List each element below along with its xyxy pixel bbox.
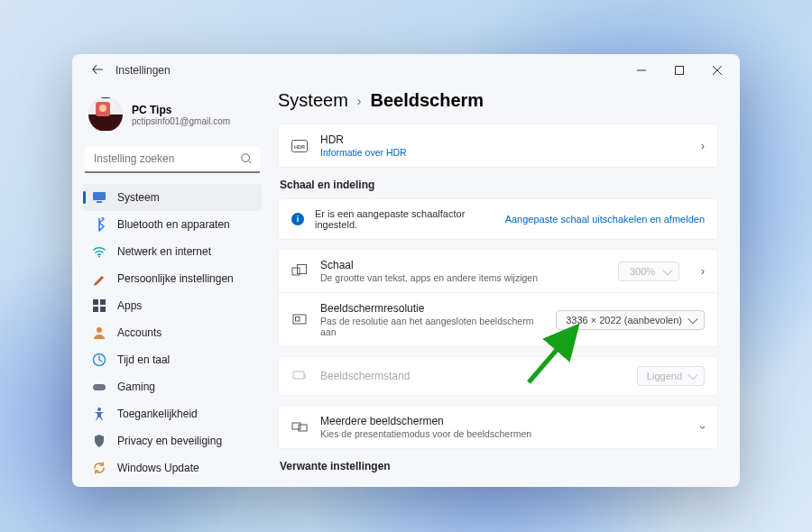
search-icon <box>240 152 253 165</box>
time-icon <box>92 353 106 367</box>
chevron-right-icon: › <box>701 265 705 278</box>
nav-item-apps[interactable]: Apps <box>83 292 262 319</box>
nav-label: Systeem <box>117 191 160 204</box>
nav-label: Tijd en taal <box>117 353 170 366</box>
network-icon <box>92 244 106 259</box>
search-box[interactable] <box>85 146 260 173</box>
nav-item-accounts[interactable]: Accounts <box>83 319 262 346</box>
svg-point-12 <box>97 408 101 411</box>
scale-title: Schaal <box>320 259 605 271</box>
resolution-row[interactable]: Beeldschermresolutie Pas de resolutie aa… <box>279 292 717 346</box>
svg-rect-3 <box>97 201 102 203</box>
nav-label: Privacy en beveiliging <box>117 435 222 447</box>
nav-item-bluetooth[interactable]: Bluetooth en apparaten <box>83 211 262 238</box>
resolution-icon <box>291 312 308 328</box>
account-name: PC Tips <box>132 104 230 116</box>
hdr-subtitle[interactable]: Informatie over HDR <box>320 147 688 158</box>
orientation-icon <box>291 368 308 384</box>
window-title: Instellingen <box>115 64 171 77</box>
multi-display-row[interactable]: Meerdere beeldschermen Kies de presentat… <box>278 405 718 449</box>
gaming-icon <box>92 380 106 394</box>
privacy-icon <box>92 434 106 448</box>
chevron-right-icon: › <box>701 140 705 152</box>
svg-rect-0 <box>676 67 684 75</box>
scale-resolution-group: Schaal De grootte van tekst, apps en and… <box>278 249 718 347</box>
nav-item-accessibility[interactable]: Toegankelijkheid <box>83 400 262 427</box>
svg-point-9 <box>97 327 102 333</box>
svg-rect-20 <box>292 423 300 429</box>
nav-label: Apps <box>117 299 142 312</box>
info-message: Er is een aangepaste schaalfactor ingest… <box>315 208 494 230</box>
bluetooth-icon <box>92 217 106 232</box>
disable-custom-scale-link[interactable]: Aangepaste schaal uitschakelen en afmeld… <box>505 214 705 225</box>
scale-subtitle: De grootte van tekst, apps en andere ite… <box>320 272 605 283</box>
scale-dropdown[interactable]: 300% <box>618 261 679 281</box>
page-title: Beeldscherm <box>370 90 484 111</box>
sidebar: PC Tips pctipsinfo01@gmail.com SysteemBl… <box>72 87 269 487</box>
back-button[interactable] <box>85 63 110 78</box>
update-icon <box>92 461 106 475</box>
multi-display-subtitle: Kies de presentatiemodus voor de beeldsc… <box>320 428 688 439</box>
section-scale-heading: Schaal en indeling <box>280 179 718 191</box>
svg-rect-6 <box>100 299 106 305</box>
resolution-subtitle: Pas de resolutie aan het aangesloten bee… <box>320 316 543 337</box>
apps-icon <box>92 298 106 313</box>
search-input[interactable] <box>85 146 260 173</box>
close-button[interactable] <box>698 58 736 83</box>
nav-item-personalize[interactable]: Persoonlijke instellingen <box>83 265 262 292</box>
multi-display-title: Meerdere beeldschermen <box>320 415 688 427</box>
account-block[interactable]: PC Tips pctipsinfo01@gmail.com <box>83 87 262 146</box>
avatar <box>88 97 123 132</box>
minimize-button[interactable] <box>623 58 660 83</box>
svg-rect-8 <box>100 307 106 312</box>
hdr-row[interactable]: HDR HDR Informatie over HDR › <box>278 124 718 168</box>
svg-rect-18 <box>296 316 300 321</box>
nav-item-network[interactable]: Netwerk en internet <box>83 238 262 265</box>
svg-rect-11 <box>93 384 106 390</box>
nav-label: Bluetooth en apparaten <box>117 218 230 231</box>
nav-item-gaming[interactable]: Gaming <box>83 373 262 400</box>
accessibility-icon <box>92 407 106 421</box>
nav-label: Windows Update <box>117 462 199 474</box>
resolution-dropdown[interactable]: 3336 × 2022 (aanbevolen) <box>556 310 705 330</box>
resolution-title: Beeldschermresolutie <box>320 302 543 315</box>
main-content: Systeem › Beeldscherm HDR HDR Informatie… <box>269 87 740 487</box>
nav-item-system[interactable]: Systeem <box>83 184 262 211</box>
svg-rect-2 <box>93 192 106 200</box>
scale-row[interactable]: Schaal De grootte van tekst, apps en and… <box>279 250 717 292</box>
nav-label: Accounts <box>117 326 161 339</box>
svg-rect-7 <box>93 307 98 312</box>
settings-window: Instellingen PC Tips pctipsinfo01@gmail.… <box>72 54 740 487</box>
svg-text:HDR: HDR <box>294 143 305 149</box>
nav-label: Netwerk en internet <box>117 245 211 258</box>
hdr-title: HDR <box>320 133 688 146</box>
chevron-right-icon: › <box>357 94 362 108</box>
nav-label: Persoonlijke instellingen <box>117 272 234 285</box>
personalize-icon <box>92 271 106 286</box>
orientation-title: Beeldschermstand <box>320 370 624 382</box>
svg-rect-5 <box>93 299 98 305</box>
info-icon: i <box>291 213 304 225</box>
nav-label: Toegankelijkheid <box>117 408 198 420</box>
svg-point-4 <box>98 256 100 258</box>
nav-item-time[interactable]: Tijd en taal <box>83 346 262 373</box>
svg-point-1 <box>242 154 250 162</box>
section-related-heading: Verwante instellingen <box>280 460 718 472</box>
orientation-row: Beeldschermstand Liggend <box>278 356 718 396</box>
nav-label: Gaming <box>117 381 155 393</box>
scale-icon <box>291 263 308 280</box>
account-email: pctipsinfo01@gmail.com <box>132 116 230 126</box>
titlebar: Instellingen <box>72 54 740 87</box>
nav-list: SysteemBluetooth en apparatenNetwerk en … <box>83 184 262 482</box>
svg-rect-19 <box>293 371 304 379</box>
breadcrumb-root[interactable]: Systeem <box>278 90 348 111</box>
chevron-down-icon: › <box>697 426 709 429</box>
hdr-icon: HDR <box>291 138 308 154</box>
multi-display-icon <box>291 419 308 436</box>
scale-info-banner: i Er is een aangepaste schaalfactor inge… <box>278 198 718 240</box>
nav-item-update[interactable]: Windows Update <box>83 454 262 482</box>
nav-item-privacy[interactable]: Privacy en beveiliging <box>83 427 262 454</box>
svg-rect-16 <box>298 264 307 273</box>
accounts-icon <box>92 326 106 340</box>
maximize-button[interactable] <box>660 58 698 83</box>
